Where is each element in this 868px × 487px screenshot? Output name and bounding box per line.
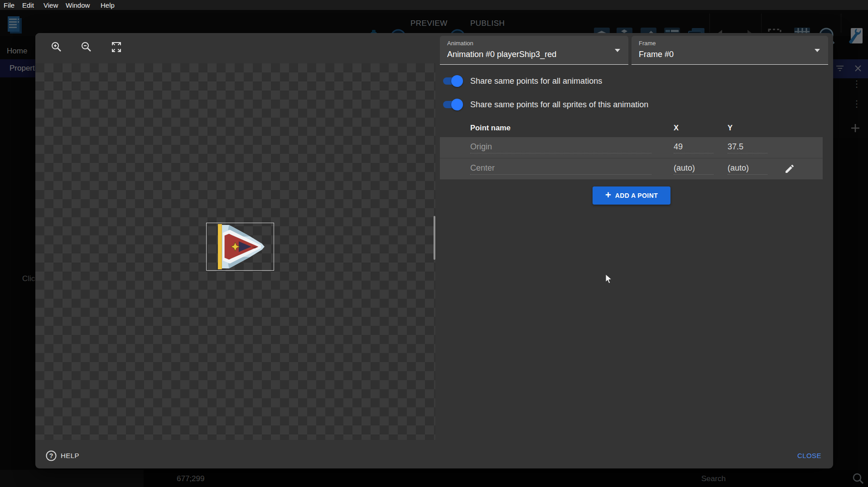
mouse-cursor bbox=[605, 274, 612, 285]
menu-window[interactable]: Window bbox=[66, 1, 90, 9]
share-points-all-sprites-toggle[interactable] bbox=[442, 99, 463, 110]
share-points-all-sprites-label: Share same points for all sprites of thi… bbox=[470, 99, 648, 110]
table-row-center: Center (auto) (auto) bbox=[440, 158, 823, 180]
frame-select[interactable]: Frame Frame #0 bbox=[632, 36, 828, 65]
menu-help[interactable]: Help bbox=[101, 1, 115, 9]
svg-text:?: ? bbox=[49, 452, 53, 459]
edit-points-dialog: Animation Animation #0 playerShip3_red F… bbox=[35, 33, 833, 468]
point-name-field: Center bbox=[470, 163, 651, 175]
plus-icon: + bbox=[605, 190, 611, 200]
canvas-scrollbar[interactable] bbox=[434, 216, 435, 260]
toggle-thumb bbox=[451, 75, 463, 87]
menu-view[interactable]: View bbox=[43, 1, 58, 9]
toggle-thumb bbox=[451, 99, 463, 110]
animation-select[interactable]: Animation Animation #0 playerShip3_red bbox=[440, 36, 628, 65]
help-button[interactable]: ? HELP bbox=[43, 447, 101, 464]
sprite-canvas-area bbox=[35, 33, 435, 440]
sprite-selection-box bbox=[206, 223, 274, 271]
animation-select-label: Animation bbox=[447, 40, 473, 47]
frame-select-value: Frame #0 bbox=[639, 50, 674, 59]
add-a-point-button[interactable]: + ADD A POINT bbox=[593, 186, 670, 205]
share-points-all-animations-label: Share same points for all animations bbox=[470, 75, 602, 87]
help-icon: ? bbox=[45, 450, 57, 462]
column-header-x: X bbox=[674, 124, 679, 132]
menu-file[interactable]: File bbox=[4, 1, 14, 9]
close-label: CLOSE bbox=[797, 452, 821, 459]
zoom-out-icon[interactable] bbox=[81, 41, 92, 53]
share-points-all-animations-toggle[interactable] bbox=[442, 75, 463, 87]
point-x-field[interactable]: (auto) bbox=[674, 163, 714, 175]
zoom-in-icon[interactable] bbox=[51, 41, 63, 53]
point-y-field[interactable]: (auto) bbox=[728, 163, 767, 175]
frame-select-label: Frame bbox=[639, 40, 656, 47]
menu-edit[interactable]: Edit bbox=[22, 1, 34, 9]
animation-select-value: Animation #0 playerShip3_red bbox=[447, 50, 556, 59]
column-header-y: Y bbox=[728, 124, 733, 132]
fit-view-icon[interactable] bbox=[111, 41, 122, 53]
add-a-point-label: ADD A POINT bbox=[615, 192, 658, 199]
edit-pencil-icon[interactable] bbox=[784, 163, 795, 174]
point-x-field[interactable]: 49 bbox=[674, 142, 714, 153]
player-ship-sprite bbox=[207, 223, 274, 270]
point-y-field[interactable]: 37.5 bbox=[728, 142, 767, 153]
menu-bar: File Edit View Window Help bbox=[0, 0, 868, 10]
point-name-field: Origin bbox=[470, 142, 651, 153]
application-window: File Edit View Window Help bbox=[0, 0, 868, 487]
close-button[interactable]: CLOSE bbox=[791, 447, 823, 464]
chevron-down-icon bbox=[815, 49, 820, 52]
help-label: HELP bbox=[61, 452, 79, 459]
table-row-origin: Origin 49 37.5 bbox=[440, 137, 823, 158]
column-header-point-name: Point name bbox=[470, 124, 511, 132]
chevron-down-icon bbox=[615, 49, 620, 52]
